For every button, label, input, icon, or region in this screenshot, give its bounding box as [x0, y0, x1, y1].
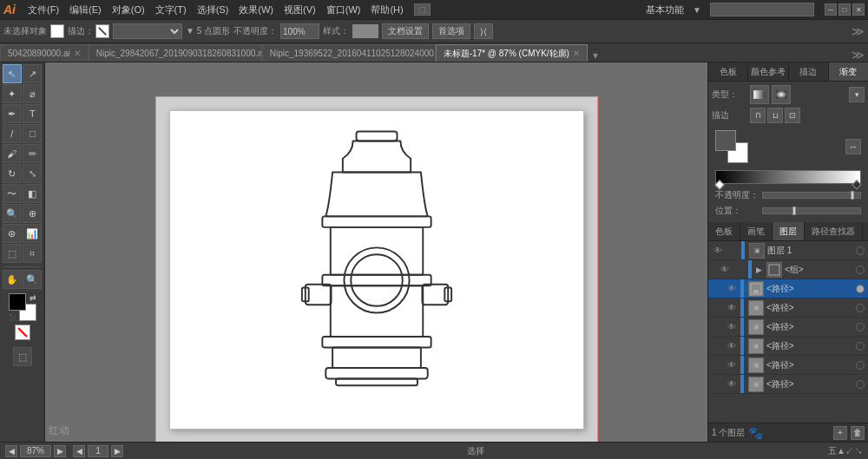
position-slider[interactable]	[762, 207, 861, 214]
layer-row-5[interactable]: 👁 ▣ <路径>	[708, 337, 868, 356]
layer-5-eye[interactable]: 👁	[726, 340, 738, 352]
tab-2[interactable]: Nipic_19369522_20160411025128024000.ai ✕	[262, 44, 436, 62]
magic-wand-tool[interactable]: ✦	[3, 84, 22, 103]
layer-1-lock[interactable]	[733, 264, 746, 276]
zoom-decrease-btn[interactable]: ◀	[5, 445, 17, 457]
tab-1[interactable]: Nipic_29842067_2019090318260831000.ai ✕	[89, 44, 262, 62]
layer-3-circle[interactable]	[856, 304, 865, 312]
search-input[interactable]	[710, 3, 814, 16]
layer-1-circle[interactable]	[856, 266, 865, 274]
extra-button[interactable]: ⟩⟨	[474, 23, 493, 39]
stroke-btn-2[interactable]: ⊔	[767, 108, 783, 123]
layer-row-6[interactable]: 👁 ▣ <路径>	[708, 356, 868, 375]
layer-row-4[interactable]: 👁 ▣ <路径>	[708, 318, 868, 337]
layer-row-7[interactable]: 👁 ▣ <路径>	[708, 375, 868, 394]
layer-row-3[interactable]: 👁 ▣ <路径>	[708, 298, 868, 318]
layer-0-lock[interactable]	[727, 245, 739, 257]
style-swatch[interactable]	[352, 24, 378, 38]
layer-1-expand[interactable]: ▶	[756, 266, 762, 274]
layer-7-circle[interactable]	[856, 380, 865, 389]
menu-edit[interactable]: 编辑(E)	[64, 2, 107, 18]
next-page-btn[interactable]: ▶	[111, 445, 123, 457]
layer-6-circle[interactable]	[856, 361, 865, 370]
selection-tool[interactable]: ↖	[3, 64, 22, 83]
layer-row-2[interactable]: 👁 <路径>	[708, 279, 868, 298]
maximize-button[interactable]: □	[838, 3, 851, 16]
warp-tool[interactable]: 〜	[3, 184, 22, 203]
layers-tab-swatches[interactable]: 色板	[708, 222, 740, 240]
prev-page-btn[interactable]: ◀	[73, 445, 85, 457]
pencil-tool[interactable]: ✏	[23, 144, 42, 163]
options-expand[interactable]: ≫	[852, 24, 865, 38]
reset-colors-button[interactable]: ⬛	[9, 314, 16, 321]
tab-3-close[interactable]: ✕	[573, 49, 580, 58]
graph-tool[interactable]: 📊	[23, 224, 42, 243]
gradient-tool[interactable]: ◧	[23, 184, 42, 203]
zoom-input[interactable]	[20, 445, 51, 457]
menu-window[interactable]: 窗口(W)	[321, 2, 366, 18]
position-thumb[interactable]	[792, 207, 796, 215]
opacity-thumb[interactable]	[851, 191, 854, 200]
panel-tab-gradient[interactable]: 渐变	[829, 62, 868, 81]
panel-tab-color-guide[interactable]: 颜色参考	[748, 62, 788, 81]
pen-tool[interactable]: ✒	[3, 104, 22, 123]
layer-2-eye[interactable]: 👁	[726, 283, 738, 295]
layer-row-1[interactable]: 👁 ▶ <组>	[708, 260, 868, 279]
none-swatch[interactable]	[15, 325, 30, 340]
opacity-input[interactable]	[280, 23, 319, 39]
layer-4-eye[interactable]: 👁	[726, 321, 738, 333]
line-tool[interactable]: /	[3, 124, 22, 143]
layer-2-circle[interactable]	[856, 285, 865, 293]
layer-4-circle[interactable]	[856, 323, 865, 331]
eyedropper-tool[interactable]: 🔍	[3, 204, 22, 223]
swap-colors-button[interactable]: ⇄	[30, 293, 36, 302]
paintbrush-tool[interactable]: 🖌	[3, 144, 22, 163]
tab-0-close[interactable]: ✕	[74, 49, 81, 58]
stroke-btn-3[interactable]: ⊡	[785, 108, 800, 123]
canvas-area[interactable]: 红动	[45, 62, 707, 442]
linear-gradient-btn[interactable]	[750, 85, 769, 104]
radial-gradient-btn[interactable]	[772, 85, 791, 104]
mode-dropdown-arrow[interactable]: ▼	[693, 5, 701, 15]
minimize-button[interactable]: ─	[825, 3, 837, 16]
layer-6-eye[interactable]: 👁	[726, 359, 738, 371]
layer-7-eye[interactable]: 👁	[726, 378, 738, 390]
page-input[interactable]	[88, 445, 108, 457]
delete-layer-btn[interactable]: 🗑	[851, 426, 865, 440]
symbol-sprayer-tool[interactable]: ⊛	[3, 224, 22, 243]
fill-swatch[interactable]	[50, 24, 64, 38]
blend-tool[interactable]: ⊕	[23, 204, 42, 223]
layer-row-0[interactable]: 👁 ▣ 图层 1	[708, 241, 868, 260]
zoom-increase-btn[interactable]: ▶	[54, 445, 66, 457]
layer-1-eye[interactable]: 👁	[719, 264, 731, 276]
rectangle-tool[interactable]: □	[23, 124, 42, 143]
foreground-color-swatch[interactable]	[9, 293, 26, 311]
layers-tab-layers[interactable]: 图层	[773, 222, 805, 240]
stroke-swatch[interactable]	[95, 24, 109, 38]
layer-3-eye[interactable]: 👁	[726, 302, 738, 314]
tab-3[interactable]: 未标题-17* @ 87% (CMYK/轮廓) ✕	[436, 44, 588, 62]
new-layer-btn[interactable]: +	[833, 426, 847, 440]
close-button[interactable]: ✕	[852, 3, 865, 16]
tabs-arrow[interactable]: ▾	[589, 49, 602, 62]
menu-view[interactable]: 视图(V)	[279, 2, 321, 18]
tab-0[interactable]: 50420890000.ai ✕	[0, 44, 89, 62]
panel-tab-stroke[interactable]: 描边	[789, 62, 829, 81]
stroke-width-select[interactable]	[113, 23, 182, 39]
stroke-btn-1[interactable]: ⊓	[750, 108, 766, 123]
artboard-tool[interactable]: ⬚	[3, 244, 22, 263]
zoom-tool[interactable]: 🔍	[23, 270, 42, 289]
doc-settings-button[interactable]: 文档设置	[382, 23, 429, 39]
menu-file[interactable]: 文件(F)	[23, 2, 64, 18]
panel-tab-swatches[interactable]: 色板	[708, 62, 748, 81]
scale-tool[interactable]: ⤡	[23, 164, 42, 183]
cp-foreground[interactable]	[715, 130, 736, 151]
rotate-tool[interactable]: ↻	[3, 164, 22, 183]
gradient-bar[interactable]	[715, 170, 861, 184]
hand-tool[interactable]: ✋	[3, 270, 22, 289]
tabs-options[interactable]: ≫	[848, 48, 868, 62]
lasso-tool[interactable]: ⌀	[23, 84, 42, 103]
menu-help[interactable]: 帮助(H)	[365, 2, 408, 18]
gradient-options-btn[interactable]: ▾	[849, 87, 865, 102]
change-screen-mode[interactable]: ⬚	[13, 347, 32, 366]
